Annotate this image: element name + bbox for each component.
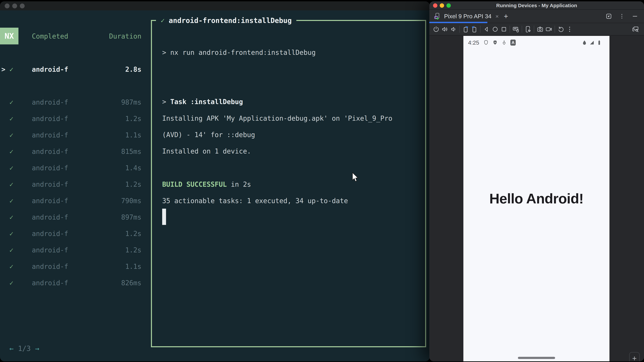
build-time-text: in 2s [227,180,251,188]
output-task-title: android-frontend:installDebug [169,16,292,25]
toolbar-divider [554,26,555,33]
digital-wellbeing-icon [501,40,507,45]
task-name: android-f [32,131,68,139]
tab-label: Pixel 9 Pro API 34 [444,13,492,19]
column-header-completed: Completed [32,32,68,40]
task-duration: 815ms [121,147,142,156]
check-icon: ✓ [10,114,14,123]
task-duration: 826ms [121,279,142,287]
task-name: android-f [32,147,68,156]
task-duration: 2.8s [125,65,142,73]
task-row[interactable]: ✓ android-f 1.2s [0,114,142,123]
task-row[interactable]: ✓ android-f 897ms [0,213,142,221]
device-mirror-search-button[interactable] [631,23,640,35]
task-name: android-f [32,164,68,172]
nx-logo-badge: NX [0,28,18,44]
toolbar-divider [522,26,522,33]
command-text: nx run android-frontend:installDebug [166,49,316,56]
gradle-task-line: > Task :installDebug [162,97,243,106]
check-icon: ✓ [10,197,14,205]
task-row[interactable]: ✓ android-f 1.1s [0,131,142,139]
screen-record-button[interactable] [544,23,553,35]
terminal-command-line: > nx run android-frontend:installDebug [162,48,316,57]
task-duration: 1.1s [125,131,142,139]
check-icon: ✓ [10,180,14,189]
rotate-right-button[interactable] [470,23,479,35]
rotate-left-button[interactable] [461,23,470,35]
back-button[interactable] [482,23,491,35]
build-result-line: BUILD SUCCESSFUL in 2s [162,180,251,189]
terminal-window: NX Completed Duration > ✓ android-f 2.8s… [0,1,430,361]
status-bar-system-icons [582,40,602,45]
tab-bar-actions [606,13,638,19]
battery-icon [596,40,602,45]
zoom-controls: + − 1:1 [629,352,640,361]
task-row[interactable]: ✓ android-f 815ms [0,147,142,156]
zoom-button[interactable] [20,3,25,8]
check-icon: ✓ [10,229,14,238]
hide-window-button[interactable] [632,13,638,19]
column-header-duration: Duration [109,32,142,40]
more-options-button[interactable] [618,13,625,19]
tab-close-button[interactable]: × [496,13,499,19]
power-button[interactable] [432,23,440,35]
gesture-navigation-bar[interactable] [518,357,555,359]
device-tab[interactable]: Pixel 9 Pro API 34 × [433,10,499,23]
close-button[interactable] [5,3,10,8]
status-bar-clock: 4:25 [468,39,479,46]
volume-up-button[interactable] [440,23,449,35]
task-duration: 1.4s [125,164,142,172]
home-button[interactable] [491,23,500,35]
emulator-screen[interactable]: 4:25 A [464,36,610,361]
task-row[interactable]: ✓ android-f 1.2s [0,246,142,254]
check-icon: ✓ [10,147,14,156]
task-name: android-f [32,98,68,106]
next-page-arrow[interactable]: → [35,344,39,353]
task-name: android-f [32,246,68,254]
overview-button[interactable] [500,23,508,35]
task-name: android-f [32,180,68,189]
minimize-button[interactable] [12,3,17,8]
dock-window-button[interactable] [606,13,612,19]
zoom-in-button[interactable]: + [632,355,637,361]
check-icon: ✓ [10,98,14,106]
task-duration: 1.2s [125,180,142,189]
device-settings-button[interactable] [524,23,532,35]
restart-button[interactable] [556,23,565,35]
task-row[interactable]: ✓ android-f 1.4s [0,164,142,172]
check-icon: ✓ [10,279,14,287]
task-list-header: Completed Duration [32,32,142,40]
new-tab-button[interactable]: + [504,12,508,20]
pagination: ← 1/3 → [10,344,39,353]
task-duration: 1.2s [125,246,142,254]
signal-strength-icon [589,40,595,45]
running-devices-window: Running Devices - My Application Pixel 9… [429,1,644,361]
toolbar-more-options-button[interactable] [565,23,574,35]
task-row[interactable]: ✓ android-f 1.1s [0,262,142,271]
task-row[interactable]: ✓ android-f 790ms [0,197,142,205]
volume-down-button[interactable] [449,23,458,35]
task-duration: 897ms [121,213,142,221]
task-row[interactable]: ✓ android-f 1.2s [0,180,142,189]
hardware-input-button[interactable] [512,23,520,35]
task-row[interactable]: ✓ android-f 1.2s [0,229,142,238]
task-name: android-f [32,262,68,271]
terminal-window-titlebar [0,1,430,10]
task-row-active[interactable]: > ✓ android-f 2.8s [0,65,142,73]
screenshot-button[interactable] [536,23,544,35]
task-name: android-f [32,279,68,287]
task-name: android-f [32,229,68,238]
task-duration: 987ms [121,98,142,106]
selection-caret-icon: > [1,65,5,73]
prev-page-arrow[interactable]: ← [10,344,14,353]
task-row[interactable]: ✓ android-f 826ms [0,279,142,287]
check-icon: ✓ [10,246,14,254]
location-icon [582,40,587,45]
device-tab-bar: Pixel 9 Pro API 34 × + [429,10,644,23]
status-bar-notification-icons: A [483,39,516,45]
task-line-name: Task :installDebug [170,98,243,106]
terminal-cursor [162,209,166,225]
toolbar-divider [480,26,480,33]
task-row[interactable]: ✓ android-f 987ms [0,98,142,106]
task-duration: 1.2s [125,229,142,238]
